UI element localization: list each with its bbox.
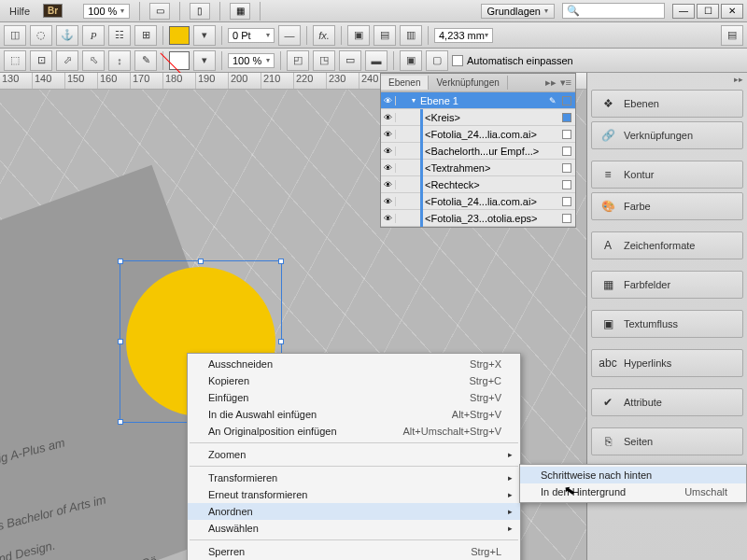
layer-row[interactable]: 👁<Fotolia_23...otolia.eps> (381, 210, 575, 227)
sel-handle-ne[interactable] (278, 259, 284, 264)
auto-fit-checkbox[interactable]: Automatisch einpassen (452, 55, 573, 66)
tab-collapse-icon[interactable]: ▸▸ (545, 77, 557, 89)
side-panel-item[interactable]: ⎘Seiten (591, 427, 743, 455)
sel-handle-sw[interactable] (118, 419, 123, 425)
context-menu-item[interactable]: Erneut transformieren (188, 486, 520, 503)
side-panel-item[interactable]: ▣Textumfluss (591, 310, 743, 338)
layer-color-swatch[interactable] (562, 147, 571, 156)
submenu-item[interactable]: Schrittweise nach hinten (520, 467, 746, 483)
measurement-field[interactable]: 4,233 mm (434, 28, 493, 43)
stroke-swatch[interactable] (169, 51, 190, 70)
fit-icon-2[interactable]: ▢ (426, 50, 448, 71)
layer-color-swatch[interactable] (562, 180, 571, 189)
context-menu-item[interactable]: Zoomen (188, 446, 520, 463)
visibility-icon[interactable]: 👁 (381, 147, 396, 156)
corner-icon-2[interactable]: ◳ (313, 50, 335, 71)
corner-icon-3[interactable]: ▭ (339, 50, 361, 71)
side-panel-item[interactable]: ✔Attribute (591, 388, 743, 416)
search-field[interactable]: 🔍 (562, 3, 665, 19)
visibility-icon[interactable]: 👁 (381, 113, 396, 122)
visibility-icon[interactable]: 👁 (381, 130, 396, 139)
layer-color-swatch[interactable] (562, 197, 571, 206)
side-collapse-icon[interactable]: ▸▸ (734, 75, 743, 84)
stroke-weight-field[interactable]: 0 Pt (228, 28, 275, 43)
side-panel-item[interactable]: 🎨Farbe (591, 192, 743, 220)
grid-icon[interactable]: ⊞ (134, 25, 157, 46)
dashed-rect-icon[interactable]: ◌ (30, 25, 52, 46)
scale-field[interactable]: 100 % (228, 53, 275, 68)
side-panel-item[interactable]: abcHyperlinks (591, 349, 743, 377)
tab-menu-icon[interactable]: ▾≡ (560, 77, 571, 89)
eyedropper-icon[interactable]: ✎ (134, 50, 157, 71)
layer-color-swatch[interactable] (562, 214, 571, 223)
tab-layers[interactable]: Ebenen (381, 76, 429, 90)
tool-e-icon[interactable]: ↕ (108, 50, 131, 71)
fit-icon-1[interactable]: ▣ (400, 50, 422, 71)
workspace-switcher[interactable]: Grundlagen (481, 4, 556, 19)
layer-color-swatch[interactable] (562, 130, 571, 139)
close-button[interactable]: ✕ (721, 4, 743, 19)
type-tool-icon[interactable]: P (82, 25, 105, 46)
layer-row[interactable]: 👁<Rechteck> (381, 176, 575, 193)
context-menu-item[interactable]: EinfügenStrg+V (188, 389, 520, 406)
context-menu-item[interactable]: AusschneidenStrg+X (188, 356, 520, 372)
selection-icon[interactable]: ◫ (4, 25, 26, 46)
layer-row[interactable]: 👁▾Ebene 1✎ (381, 92, 575, 109)
fx-icon[interactable]: fx. (313, 25, 335, 46)
layers-panel[interactable]: Ebenen Verknüpfungen ▸▸▾≡ 👁▾Ebene 1✎👁<Kr… (380, 73, 576, 228)
side-panel-item[interactable]: ≡Kontur (591, 161, 743, 189)
view-mode-icon[interactable]: ▭ (149, 3, 170, 20)
layer-row[interactable]: 👁<Textrahmen> (381, 160, 575, 176)
context-menu-item[interactable]: Transformieren (188, 469, 520, 486)
wrap-icon-3[interactable]: ▥ (400, 25, 422, 46)
submenu-item[interactable]: In den HintergrundUmschalt (520, 483, 746, 500)
minimize-button[interactable]: — (672, 4, 695, 19)
visibility-icon[interactable]: 👁 (381, 197, 396, 206)
wrap-icon-1[interactable]: ▣ (347, 25, 370, 46)
layer-color-swatch[interactable] (562, 163, 571, 173)
wrap-icon-2[interactable]: ▤ (374, 25, 396, 46)
context-menu-item[interactable]: In die Auswahl einfügenAlt+Strg+V (188, 406, 520, 423)
checkbox-box[interactable] (452, 55, 463, 66)
stroke-style-icon[interactable]: — (278, 25, 301, 46)
maximize-button[interactable]: ☐ (697, 4, 719, 19)
fill-dropdown-icon[interactable]: ▾ (193, 25, 216, 46)
tool-d-icon[interactable]: ⬁ (82, 50, 105, 71)
layer-color-swatch[interactable] (562, 96, 571, 105)
context-menu-item[interactable]: Auswählen (188, 520, 520, 537)
arrange-submenu[interactable]: Schrittweise nach hintenIn den Hintergru… (519, 464, 747, 503)
side-panel-item[interactable]: ❖Ebenen (591, 90, 743, 118)
layer-color-swatch[interactable] (562, 113, 571, 122)
arrange-docs-icon[interactable]: ▦ (230, 3, 250, 20)
bridge-badge[interactable]: Br (43, 4, 63, 18)
zoom-level-field[interactable]: 100 % (83, 4, 130, 19)
tab-links[interactable]: Verknüpfungen (429, 76, 507, 90)
help-menu[interactable]: Hilfe (4, 4, 35, 19)
anchor-icon[interactable]: ⚓ (56, 25, 78, 46)
corner-icon-4[interactable]: ▬ (365, 50, 388, 71)
context-menu-item[interactable]: KopierenStrg+C (188, 372, 520, 389)
screen-mode-icon[interactable]: ▯ (190, 3, 210, 20)
tool-a-icon[interactable]: ⬚ (4, 50, 26, 71)
corner-icon-1[interactable]: ◰ (287, 50, 309, 71)
context-menu-item[interactable]: An Originalposition einfügenAlt+Umschalt… (188, 423, 520, 440)
visibility-icon[interactable]: 👁 (381, 214, 396, 223)
side-panel-item[interactable]: ▦Farbfelder (591, 271, 743, 299)
side-panel-item[interactable]: 🔗Verknüpfungen (591, 121, 743, 149)
sel-handle-e[interactable] (278, 339, 284, 344)
layer-row[interactable]: 👁<Fotolia_24...lia.com.ai> (381, 193, 575, 210)
sel-handle-n[interactable] (198, 259, 204, 264)
context-menu-item[interactable]: SperrenStrg+L (188, 543, 520, 560)
context-menu-item[interactable]: Anordnen (188, 503, 520, 520)
context-menu[interactable]: AusschneidenStrg+XKopierenStrg+CEinfügen… (187, 353, 521, 560)
visibility-icon[interactable]: 👁 (381, 180, 396, 189)
sel-handle-w[interactable] (118, 339, 123, 344)
layer-row[interactable]: 👁<Bachelorth...ur Empf...> (381, 143, 575, 160)
visibility-icon[interactable]: 👁 (381, 163, 396, 173)
tool-b-icon[interactable]: ⊡ (30, 50, 52, 71)
visibility-icon[interactable]: 👁 (381, 96, 396, 105)
tool-c-icon[interactable]: ⬀ (56, 50, 78, 71)
object-icon[interactable]: ☷ (108, 25, 131, 46)
sel-handle-nw[interactable] (118, 259, 123, 264)
layer-toggle-icon[interactable]: ▾ (409, 96, 418, 105)
